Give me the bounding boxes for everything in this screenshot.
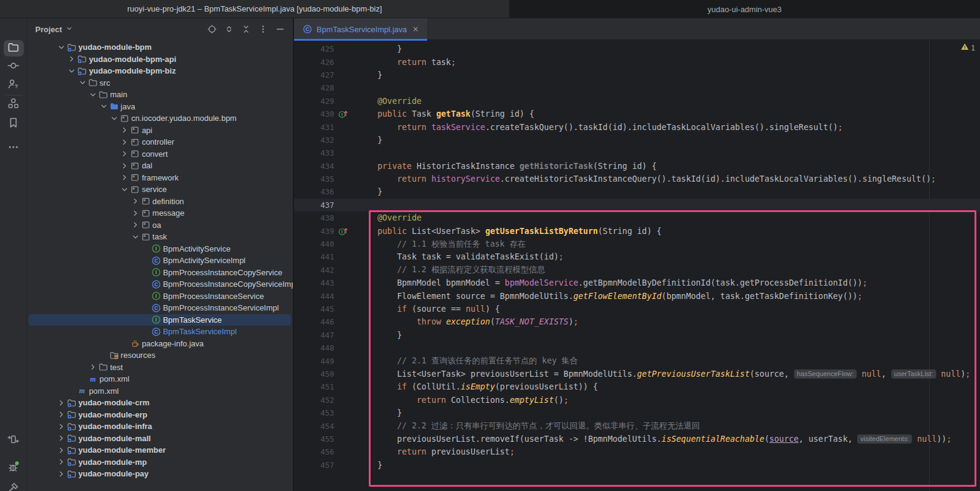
line-number[interactable]: 431 [294,123,334,132]
chevron-down-icon[interactable] [78,78,88,88]
code-text[interactable]: previousUserList.removeIf(userTask -> !B… [358,434,951,444]
line-number[interactable]: 427 [294,70,334,80]
chevron-down-icon[interactable] [88,90,98,100]
tree-item-bpmprocessinstanceserviceimpl[interactable]: CBpmProcessInstanceServiceImpl [27,302,293,314]
code-text[interactable]: return task; [358,58,456,67]
line-number[interactable]: 429 [294,97,334,106]
code-line-444[interactable]: 444 FlowElement source = BpmnModelUtils.… [294,289,980,302]
tree-item-yudao-module-mp[interactable]: yudao-module-mp [27,456,293,469]
chevron-right-icon[interactable] [131,220,141,230]
tree-item-api[interactable]: api [27,125,293,137]
tree-item-pom-xml[interactable]: mpom.xml [27,385,293,397]
tree-item-message[interactable]: message [27,207,293,219]
line-number[interactable]: 451 [294,382,334,391]
tree-item-oa[interactable]: oa [27,219,293,232]
code-text[interactable]: @Override [358,97,422,106]
chevron-right-icon[interactable] [120,173,130,182]
code-text[interactable]: return Collections.emptyList(); [358,396,569,405]
line-number[interactable]: 447 [294,331,334,340]
tree-item-yudao-module-bpm-biz[interactable]: yudao-module-bpm-biz [27,65,293,77]
code-line-448[interactable]: 448 [294,342,980,354]
chevron-right-icon[interactable] [67,54,77,64]
line-number[interactable]: 441 [294,252,334,261]
code-text[interactable]: @Override [358,213,422,222]
tree-item-definition[interactable]: definition [27,196,293,208]
code-line-453[interactable]: 453 } [294,407,980,419]
commit-icon[interactable] [7,60,19,72]
secondary-window-tab[interactable]: yudao-ui-admin-vue3 [509,0,980,18]
code-text[interactable]: public Task getTask(String id) { [358,109,534,118]
line-number[interactable]: 430 [294,109,334,118]
tree-item-bpmactivityserviceimpl[interactable]: CBpmActivityServiceImpl [27,255,293,267]
code-text[interactable]: private HistoricTaskInstance getHistoric… [358,162,657,171]
chevron-down-icon[interactable] [131,232,141,242]
hide-panel-icon[interactable] [275,24,285,34]
code-line-439[interactable]: 439I public List<UserTask> getUserTaskLi… [294,224,980,237]
tree-item-cn-iocoder-yudao-module-bpm[interactable]: cn.iocoder.yudao.module.bpm [27,112,293,125]
chevron-right-icon[interactable] [57,410,67,419]
line-number[interactable]: 457 [294,461,334,470]
code-text[interactable]: } [358,461,382,470]
services-icon[interactable] [7,433,19,445]
line-number[interactable]: 426 [294,58,334,67]
code-text[interactable]: Task task = validateTaskExist(id); [358,252,564,261]
tree-item-src[interactable]: src [27,77,293,89]
tree-item-package-info-java[interactable]: package-info.java [27,338,293,350]
tree-item-pom-xml[interactable]: mpom.xml [27,373,293,385]
tree-item-java[interactable]: java [27,101,293,113]
tree-item-bpmactivityservice[interactable]: IBpmActivityService [27,243,293,255]
line-number[interactable]: 445 [294,304,334,314]
code-line-425[interactable]: 425 } [294,43,980,55]
tree-item-service[interactable]: service [27,184,293,196]
chevron-right-icon[interactable] [57,398,67,408]
structure-icon[interactable] [7,97,19,109]
code-review-icon[interactable]: ? [7,78,19,90]
tree-item-yudao-module-member[interactable]: yudao-module-member [27,444,293,456]
code-line-441[interactable]: 441 Task task = validateTaskExist(id); [294,250,980,263]
code-text[interactable]: } [358,136,382,145]
tree-item-dal[interactable]: dal [27,160,293,172]
line-number[interactable]: 440 [294,239,334,249]
tree-item-bpmprocessinstanceservice[interactable]: IBpmProcessInstanceService [27,290,293,303]
overrides-method-icon[interactable]: I [334,109,358,120]
code-line-430[interactable]: 430I public Task getTask(String id) { [294,108,980,120]
chevron-right-icon[interactable] [57,422,67,431]
line-number[interactable]: 446 [294,317,334,326]
code-text[interactable]: FlowElement source = BpmnModelUtils.getF… [358,292,862,301]
code-line-436[interactable]: 436 } [294,185,980,198]
project-view-selector[interactable]: Project [35,24,74,35]
line-number[interactable]: 432 [294,136,334,145]
code-text[interactable]: public List<UserTask> getUserTaskListByR… [358,227,662,236]
line-number[interactable]: 444 [294,292,334,301]
line-number[interactable]: 454 [294,422,334,431]
tree-item-yudao-module-bpm-api[interactable]: yudao-module-bpm-api [27,53,293,66]
line-number[interactable]: 455 [294,434,334,444]
code-line-426[interactable]: 426 return task; [294,55,980,68]
line-number[interactable]: 436 [294,187,334,196]
tree-item-yudao-module-bpm[interactable]: yudao-module-bpm [27,41,293,53]
line-number[interactable]: 428 [294,83,334,92]
code-line-442[interactable]: 442 // 1.2 根据流程定义获取流程模型信息 [294,264,980,276]
code-line-445[interactable]: 445 if (source == null) { [294,303,980,315]
code-line-437[interactable]: 437 [294,199,980,211]
tree-item-bpmtaskservice[interactable]: IBpmTaskService [27,314,293,326]
chevron-right-icon[interactable] [120,137,130,147]
bookmarks-icon[interactable] [7,117,19,129]
code-line-443[interactable]: 443 BpmnModel bpmnModel = bpmModelServic… [294,276,980,289]
inspections-widget[interactable]: 1 [961,43,975,53]
tree-item-test[interactable]: test [27,362,293,374]
line-number[interactable]: 433 [294,148,334,157]
line-number[interactable]: 425 [294,44,334,53]
tree-item-framework[interactable]: framework [27,172,293,184]
code-line-438[interactable]: 438 @Override [294,211,980,224]
tree-item-main[interactable]: main [27,89,293,101]
code-line-451[interactable]: 451 if (CollUtil.isEmpty(previousUserLis… [294,380,980,393]
tree-item-bpmprocessinstancecopyservice[interactable]: IBpmProcessInstanceCopyService [27,267,293,279]
line-number[interactable]: 456 [294,447,334,456]
code-line-429[interactable]: 429 @Override [294,95,980,108]
code-line-447[interactable]: 447 } [294,329,980,342]
expand-all-icon[interactable] [224,24,234,34]
tree-item-convert[interactable]: convert [27,148,293,160]
project-tool-icon[interactable] [7,41,19,53]
chevron-down-icon[interactable] [57,43,67,52]
